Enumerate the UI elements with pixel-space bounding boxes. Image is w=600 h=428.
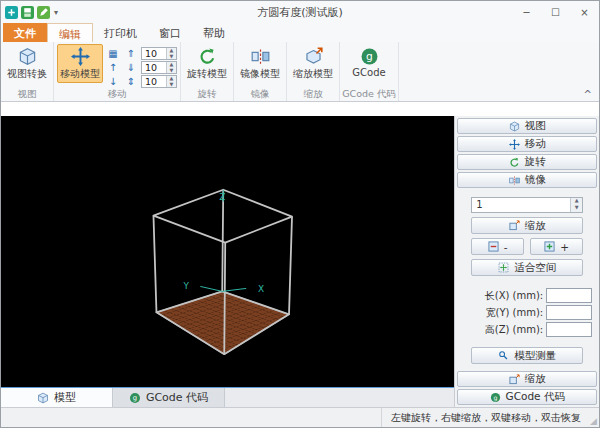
ribbon: 视图转换 视图 移动模型 ▦ ↑ ↓ ⇑ [1,42,599,102]
mirror-icon [251,47,270,66]
status-hint: 左键旋转，右键缩放，双键移动，双击恢复 [381,408,590,427]
center-model-button[interactable]: ⇕ [123,75,139,88]
panel-header-view[interactable]: 视图 [457,118,597,134]
rotate-model-label: 旋转模型 [187,67,227,81]
close-button[interactable]: × [570,1,599,23]
status-hint-text: 左键旋转，右键缩放，双键移动，双击恢复 [391,411,581,425]
mirror-model-label: 镜像模型 [240,67,280,81]
tab-edit[interactable]: 编辑 [47,23,93,42]
window-gap [1,102,599,116]
gcode-button-label: GCode [352,67,385,78]
group-label-move: 移动 [54,88,180,101]
tab-window[interactable]: 窗口 [148,23,192,42]
rotate-model-button[interactable]: 旋转模型 [184,44,230,83]
spin-down-icon[interactable]: ▼ [167,68,176,74]
measure-icon [498,350,509,361]
tab-printer[interactable]: 打印机 [93,23,148,42]
axis-z-label: Z [219,192,225,202]
scale-up-button[interactable]: + [530,238,583,255]
scale-model-button[interactable]: 缩放模型 [290,44,336,83]
ribbon-group-rotate: 旋转模型 旋转 [181,42,234,101]
resize-grip-icon[interactable]: ◢ [590,408,599,427]
edit-pencil-icon[interactable] [37,6,50,19]
scale-step-buttons: - + [471,238,583,255]
panel-header-mirror[interactable]: 镜像 [457,172,597,188]
quick-access-toolbar: ▾ [5,6,58,19]
build-volume-wireframe: Z Y X [1,116,454,392]
group-label-scale: 缩放 [287,88,339,101]
mirror-icon [509,175,520,186]
move-step-spinners: 10 ▲▼ 10 ▲▼ 10 ▲▼ [141,44,177,88]
scale-icon [509,220,520,231]
move-model-label: 移动模型 [60,67,100,81]
model-measure-label: 模型测量 [514,349,556,363]
view-transform-button[interactable]: 视图转换 [4,44,50,83]
model-cube-icon [37,392,49,404]
tab-help[interactable]: 帮助 [192,23,236,42]
move-x-spinner[interactable]: 10 ▲▼ [141,47,177,60]
panel-header-gcode[interactable]: g GCode 代码 [457,389,597,405]
move-down-button[interactable]: ↓ [105,75,121,88]
length-label: 长(X) (mm): [485,289,544,303]
fit-to-space-button[interactable]: 适合空间 [471,259,583,276]
height-input[interactable] [546,322,592,337]
spin-down-icon[interactable]: ▼ [571,205,582,212]
fit-to-space-label: 适合空间 [514,261,556,275]
minimize-button[interactable]: ─ [512,1,541,23]
move-up-button[interactable]: ↑ [105,61,121,74]
panel-header-rotate[interactable]: 旋转 [457,154,597,170]
ribbon-group-mirror: 镜像模型 镜像 [234,42,287,101]
group-label-view: 视图 [1,88,53,101]
move-z-spinner[interactable]: 10 ▲▼ [141,75,177,88]
3d-viewport[interactable]: Z Y X [1,116,454,387]
viewport-column: Z Y X 模型 g GCode 代码 [1,116,454,407]
scale-down-button[interactable]: - [471,238,524,255]
rotate-icon [509,157,520,168]
view-transform-label: 视图转换 [7,67,47,81]
scale-factor-spinner[interactable]: 1 ▲▼ [471,197,583,213]
group-label-gcode: GCode 代码 [340,88,398,101]
move-y-spinner[interactable]: 10 ▲▼ [141,61,177,74]
length-input[interactable] [546,288,592,303]
scale-factor-value: 1 [472,198,570,212]
maximize-button[interactable]: ☐ [541,1,570,23]
axis-y-label: Y [183,281,190,291]
scale-down-icon [488,241,499,252]
width-input[interactable] [546,305,592,320]
scale-up-label: + [560,241,569,253]
svg-text:g: g [366,50,373,63]
model-measure-button[interactable]: 模型测量 [471,347,583,364]
panel-header-scale[interactable]: 缩放 [457,371,597,387]
window-controls: ─ ☐ × [512,1,599,23]
save-icon[interactable] [21,6,34,19]
tab-file[interactable]: 文件 [3,23,47,42]
move-mini-column-2: ⇑ ⇓ ⇕ [123,44,139,88]
spin-down-icon[interactable]: ▼ [167,54,176,60]
collapse-ribbon-button[interactable]: ^ [584,89,592,100]
panel-header-scale-label: 缩放 [525,372,546,386]
move-model-button[interactable]: 移动模型 [57,44,103,83]
gcode-icon: g [129,392,141,404]
svg-text:g: g [493,393,497,401]
lower-model-button[interactable]: ⇓ [123,61,139,74]
width-row: 宽(Y) (mm): [462,305,592,320]
panel-header-mirror-label: 镜像 [525,173,546,187]
ribbon-group-view: 视图转换 视图 [1,42,54,101]
scale-apply-label: 缩放 [525,219,546,233]
build-plate [156,291,289,354]
ribbon-group-scale: 缩放模型 缩放 [287,42,340,101]
move-mini-column-1: ▦ ↑ ↓ [105,44,121,88]
panel-header-rotate-label: 旋转 [525,155,546,169]
raise-model-button[interactable]: ⇑ [123,47,139,60]
scale-apply-button[interactable]: 缩放 [471,217,583,234]
spin-down-icon[interactable]: ▼ [167,82,176,88]
qat-dropdown-icon[interactable]: ▾ [54,8,58,17]
tab-model-label: 模型 [54,390,76,405]
gcode-button[interactable]: g GCode [343,44,395,80]
place-on-plate-button[interactable]: ▦ [105,47,121,60]
panel-header-move[interactable]: 移动 [457,136,597,152]
mirror-model-button[interactable]: 镜像模型 [237,44,283,83]
scale-model-label: 缩放模型 [293,67,333,81]
ribbon-group-move: 移动模型 ▦ ↑ ↓ ⇑ ⇓ ⇕ 10 ▲▼ [54,42,181,101]
scale-up-icon [544,241,555,252]
